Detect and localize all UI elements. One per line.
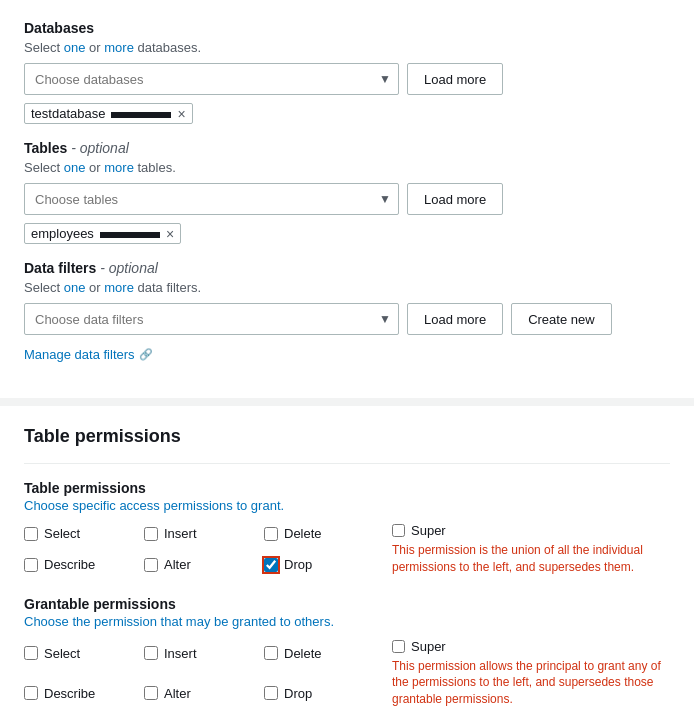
grantable-alter-checkbox[interactable]	[144, 686, 158, 700]
grantable-select-label: Select	[44, 646, 80, 661]
data-filters-create-new-button[interactable]: Create new	[511, 303, 611, 335]
perm-alter-checkbox[interactable]	[144, 558, 158, 572]
databases-label-text: Databases	[24, 20, 94, 36]
table-perms-group: Table permissions Choose specific access…	[24, 480, 670, 576]
table-perms-grid: Select Insert Delete Super This permissi…	[24, 523, 670, 576]
grantable-describe-checkbox[interactable]	[24, 686, 38, 700]
databases-tag-redacted	[111, 112, 171, 118]
databases-one-link[interactable]: one	[64, 40, 86, 55]
databases-desc: Select one or more databases.	[24, 40, 670, 55]
permissions-section-title: Table permissions	[24, 426, 670, 447]
perm-describe-item: Describe	[24, 557, 144, 572]
grantable-super-desc: This permission allows the principal to …	[392, 658, 670, 708]
grantable-alter-item: Alter	[144, 686, 264, 701]
perm-select-item: Select	[24, 526, 144, 541]
databases-input-row: ▼ Load more	[24, 63, 670, 95]
tables-tag-remove-button[interactable]: ×	[166, 227, 174, 241]
tables-tag-text: employees	[31, 226, 94, 241]
tables-select-wrapper: ▼	[24, 183, 399, 215]
tables-label: Tables - optional	[24, 140, 670, 156]
table-perms-label: Table permissions	[24, 480, 670, 496]
tables-desc: Select one or more tables.	[24, 160, 670, 175]
databases-tag-remove-button[interactable]: ×	[177, 107, 185, 121]
grantable-perms-group: Grantable permissions Choose the permiss…	[24, 596, 670, 708]
grantable-super-label-text: Super	[411, 639, 446, 654]
perm-delete-item: Delete	[264, 526, 384, 541]
grantable-super-label-row: Super	[392, 639, 670, 654]
databases-section: Databases Select one or more databases. …	[0, 0, 694, 398]
tables-tag-redacted	[100, 232, 160, 238]
perm-insert-checkbox[interactable]	[144, 527, 158, 541]
perm-super-label-row: Super	[392, 523, 670, 538]
data-filters-load-more-button[interactable]: Load more	[407, 303, 503, 335]
perm-drop-item: Drop	[264, 557, 384, 572]
perm-alter-label: Alter	[164, 557, 191, 572]
tables-load-more-button[interactable]: Load more	[407, 183, 503, 215]
perm-super-desc: This permission is the union of all the …	[392, 542, 670, 576]
data-filters-select-input[interactable]	[24, 303, 399, 335]
databases-field-group: Databases Select one or more databases. …	[24, 20, 670, 124]
perm-super-label-text: Super	[411, 523, 446, 538]
grantable-perms-desc: Choose the permission that may be grante…	[24, 614, 670, 629]
data-filters-one-link[interactable]: one	[64, 280, 86, 295]
external-link-icon: 🔗	[139, 348, 153, 361]
databases-more-link[interactable]: more	[104, 40, 134, 55]
grantable-delete-checkbox[interactable]	[264, 646, 278, 660]
perm-drop-label: Drop	[284, 557, 312, 572]
grantable-perms-grid: Select Insert Delete Super This permissi…	[24, 639, 670, 708]
perm-super-box: Super This permission is the union of al…	[384, 523, 670, 576]
manage-data-filters-link[interactable]: Manage data filters 🔗	[24, 347, 153, 362]
data-filters-field-group: Data filters - optional Select one or mo…	[24, 260, 670, 362]
tables-input-row: ▼ Load more	[24, 183, 670, 215]
perm-delete-checkbox[interactable]	[264, 527, 278, 541]
grantable-super-checkbox[interactable]	[392, 640, 405, 653]
tables-field-group: Tables - optional Select one or more tab…	[24, 140, 670, 244]
perm-describe-checkbox[interactable]	[24, 558, 38, 572]
grantable-select-item: Select	[24, 646, 144, 661]
tables-more-link[interactable]: more	[104, 160, 134, 175]
table-permissions-section: Table permissions Table permissions Choo…	[0, 406, 694, 726]
grantable-drop-checkbox[interactable]	[264, 686, 278, 700]
databases-select-input[interactable]	[24, 63, 399, 95]
perm-select-checkbox[interactable]	[24, 527, 38, 541]
databases-select-wrapper: ▼	[24, 63, 399, 95]
grantable-insert-checkbox[interactable]	[144, 646, 158, 660]
grantable-perms-label: Grantable permissions	[24, 596, 670, 612]
grantable-drop-item: Drop	[264, 686, 384, 701]
data-filters-input-row: ▼ Load more Create new	[24, 303, 670, 335]
grantable-describe-label: Describe	[44, 686, 95, 701]
perm-delete-label: Delete	[284, 526, 322, 541]
grantable-drop-label: Drop	[284, 686, 312, 701]
perm-describe-label: Describe	[44, 557, 95, 572]
perm-select-label: Select	[44, 526, 80, 541]
grantable-insert-item: Insert	[144, 646, 264, 661]
grantable-super-box: Super This permission allows the princip…	[384, 639, 670, 708]
grantable-describe-item: Describe	[24, 686, 144, 701]
divider	[24, 463, 670, 464]
grantable-alter-label: Alter	[164, 686, 191, 701]
perm-insert-item: Insert	[144, 526, 264, 541]
perm-insert-label: Insert	[164, 526, 197, 541]
databases-tag-text: testdatabase	[31, 106, 105, 121]
data-filters-more-link[interactable]: more	[104, 280, 134, 295]
grantable-insert-label: Insert	[164, 646, 197, 661]
grantable-delete-item: Delete	[264, 646, 384, 661]
tables-one-link[interactable]: one	[64, 160, 86, 175]
perm-alter-item: Alter	[144, 557, 264, 572]
tables-tag: employees ×	[24, 223, 181, 244]
databases-load-more-button[interactable]: Load more	[407, 63, 503, 95]
databases-label: Databases	[24, 20, 670, 36]
data-filters-desc: Select one or more data filters.	[24, 280, 670, 295]
table-perms-desc: Choose specific access permissions to gr…	[24, 498, 670, 513]
tables-select-input[interactable]	[24, 183, 399, 215]
perm-super-checkbox[interactable]	[392, 524, 405, 537]
data-filters-label: Data filters - optional	[24, 260, 670, 276]
grantable-delete-label: Delete	[284, 646, 322, 661]
grantable-select-checkbox[interactable]	[24, 646, 38, 660]
data-filters-select-wrapper: ▼	[24, 303, 399, 335]
databases-tag: testdatabase ×	[24, 103, 193, 124]
perm-drop-checkbox[interactable]	[264, 558, 278, 572]
